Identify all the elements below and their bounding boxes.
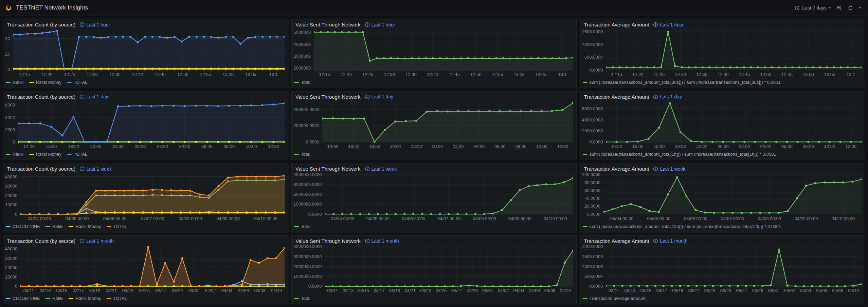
panel-body: 10000010000200003000040000 10000 04/04 0… [3, 172, 288, 232]
y-axis-label: 500.0000 [584, 274, 603, 278]
chart-plot[interactable] [606, 246, 862, 287]
legend-item[interactable]: TOTAL [107, 224, 127, 229]
legend-label: Total [301, 152, 310, 157]
chart-plot[interactable] [606, 101, 862, 143]
panel-range-link[interactable]: Last 1 week [79, 166, 112, 172]
panel-range-link[interactable]: Last 1 day [79, 94, 108, 99]
panel: Transaction Average Amount Last 1 month … [580, 235, 865, 305]
x-axis-label: 04/06 00:00 [103, 216, 127, 221]
legend-item[interactable]: sum (increase(transactions_amount_total[… [583, 224, 781, 229]
panel-title[interactable]: Transaction Count (by source) [7, 238, 75, 244]
legend-label: sum (increase(transactions_amount_total[… [590, 224, 781, 229]
legend-item[interactable]: Total [294, 152, 310, 157]
panel-title[interactable]: Value Sent Through Network [295, 166, 360, 172]
chart-plot[interactable] [603, 173, 862, 215]
panel-range-link[interactable]: Last 1 day [365, 94, 394, 99]
x-axis-label: 12:15 [611, 72, 622, 77]
panel-range-link[interactable]: Last 1 month [79, 238, 114, 244]
panel-range-link[interactable]: Last 1 day [653, 94, 682, 99]
y-axis-label: 0 [7, 67, 10, 71]
y-axis-label: 1500.0000 [582, 30, 603, 34]
legend-item[interactable]: Total [294, 80, 310, 85]
legend-item[interactable]: CLOUD-NINE [6, 224, 40, 229]
x-axis: 04/04 00:0004/05 00:0004/06 00:0004/07 0… [20, 216, 285, 223]
chart-plot[interactable] [18, 101, 285, 143]
panel-title[interactable]: Transaction Average Amount [584, 22, 649, 27]
x-axis-label: 22:00 [411, 144, 422, 149]
panel-header: Transaction Count (by source) Last 1 day [3, 91, 288, 100]
x-axis-label: 04/02 [205, 288, 216, 293]
legend-item[interactable]: Rafiki [46, 224, 64, 229]
panel: Value Sent Through Network Last 1 month … [291, 235, 577, 305]
refresh-button[interactable] [846, 4, 855, 12]
chart-plot[interactable] [325, 173, 573, 215]
x-axis-label: 04/08 [832, 288, 843, 293]
legend-item[interactable]: CLOUD-NINE [6, 296, 40, 301]
y-axis-label: 0.0000 [587, 212, 600, 216]
x-axis-label: 04/08 00:00 [473, 216, 496, 221]
panel-range-link[interactable]: Last 1 hour [653, 22, 684, 27]
legend-item[interactable]: Rafiki Money [69, 296, 101, 301]
legend-label: Rafiki [13, 152, 24, 157]
legend: Transaction average amount [582, 295, 862, 302]
chart-plot[interactable] [325, 246, 573, 287]
panel-title[interactable]: Transaction Count (by source) [7, 22, 75, 27]
panel-title[interactable]: Transaction Average Amount [584, 94, 649, 100]
x-axis-label: 08:00 [516, 144, 527, 149]
panel-range-link[interactable]: Last 1 week [365, 166, 397, 172]
chart-plot[interactable] [13, 29, 285, 71]
x-axis-spacer: 2000 [5, 144, 18, 144]
refresh-interval-button[interactable]: ▾ [857, 4, 863, 11]
time-picker-button[interactable]: Last 7 days ▾ [792, 3, 833, 12]
legend-item[interactable]: Rafiki Money [29, 80, 61, 85]
panel-range-link[interactable]: Last 1 hour [79, 22, 110, 27]
x-axis-label: 04/08 [254, 288, 266, 293]
x-axis-label: 04/10 [271, 288, 282, 293]
legend-item[interactable]: Total [294, 296, 310, 301]
legend-label: Rafiki [13, 80, 24, 85]
info-icon [365, 94, 370, 99]
panel-range-link[interactable]: Last 1 month [365, 238, 399, 244]
x-axis: 03/1103/1303/1503/1703/1903/2103/2303/25… [20, 288, 285, 294]
legend-item[interactable]: Rafiki Money [29, 152, 61, 157]
zoom-out-button[interactable] [834, 4, 844, 12]
x-axis-label: 10:00 [824, 144, 835, 149]
legend-item[interactable]: Total [294, 224, 310, 229]
legend-item[interactable]: TOTAL [107, 296, 127, 301]
chart-plot[interactable] [20, 173, 285, 215]
legend-label: Total [301, 224, 310, 229]
panel-title[interactable]: Value Sent Through Network [295, 22, 360, 27]
panel: Transaction Average Amount Last 1 day 20… [580, 91, 865, 160]
panel-title[interactable]: Transaction Count (by source) [7, 166, 75, 172]
x-axis-label: 04/09 00:00 [216, 216, 240, 221]
x-axis-spacer: 1000000.0000 [293, 216, 325, 216]
y-axis-label: 0.0000 [308, 212, 322, 216]
legend-item[interactable]: Rafiki Money [69, 224, 101, 229]
chart-plot[interactable] [314, 29, 573, 71]
legend-item[interactable]: Rafiki [6, 80, 24, 85]
panel-title[interactable]: Value Sent Through Network [295, 238, 360, 244]
panel-title[interactable]: Value Sent Through Network [295, 94, 360, 100]
legend-item[interactable]: Rafiki [6, 152, 24, 157]
legend-item[interactable]: TOTAL [67, 152, 88, 157]
y-axis-label: 1000.0000 [582, 42, 603, 46]
x-axis-label: 03/19 [389, 288, 400, 293]
panel-range-link[interactable]: Last 1 month [653, 238, 687, 244]
panel-title[interactable]: Transaction Count (by source) [7, 94, 75, 100]
panel-range-link[interactable]: Last 1 week [653, 166, 685, 172]
legend-item[interactable]: sum (increase(transactions_amount_total[… [583, 152, 776, 157]
x-axis-label: 12:40 [718, 72, 729, 77]
x-axis-label: 13:1 [847, 72, 855, 77]
grafana-dashboard: TESTNET Network Insights Last 7 days ▾ [0, 0, 868, 307]
legend-item[interactable]: Rafiki [46, 296, 64, 301]
legend-item[interactable]: TOTAL [67, 80, 88, 85]
chart-plot[interactable] [20, 246, 285, 287]
panel-title[interactable]: Transaction Average Amount [584, 238, 649, 244]
panel-range-link[interactable]: Last 1 hour [365, 22, 395, 27]
x-axis-label: 04/02 [784, 288, 795, 293]
legend-item[interactable]: sum (increase(transactions_amount_total[… [583, 80, 781, 85]
legend-item[interactable]: Transaction average amount [583, 296, 646, 301]
panel-title[interactable]: Transaction Average Amount [584, 166, 649, 172]
chart-plot[interactable] [322, 101, 573, 143]
chart-plot[interactable] [606, 29, 862, 71]
